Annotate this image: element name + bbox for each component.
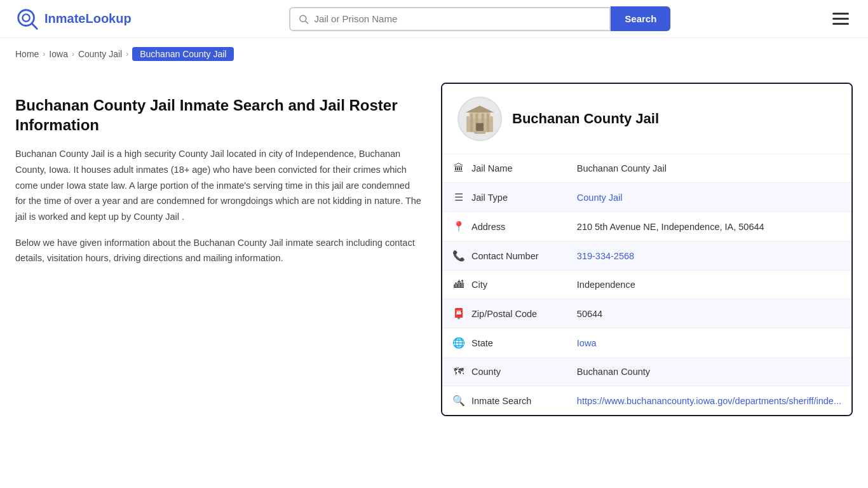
description-para1: Buchanan County Jail is a high security … bbox=[15, 146, 422, 224]
svg-line-2 bbox=[32, 24, 37, 29]
label-cell: 🏙City bbox=[442, 271, 567, 299]
card-header: Buchanan County Jail bbox=[442, 84, 851, 154]
search-wrapper bbox=[289, 7, 611, 31]
table-row: 🔍Inmate Searchhttps://www.buchanancounty… bbox=[442, 386, 851, 416]
svg-rect-13 bbox=[473, 131, 486, 133]
info-table: 🏛Jail NameBuchanan County Jail☰Jail Type… bbox=[442, 154, 851, 415]
row-icon: 🏙 bbox=[452, 279, 465, 290]
value-link[interactable]: Iowa bbox=[577, 338, 597, 348]
row-label: Zip/Postal Code bbox=[471, 309, 537, 319]
breadcrumb-chevron-2: › bbox=[72, 50, 74, 58]
table-row: 🌐StateIowa bbox=[442, 329, 851, 358]
row-icon: 🔍 bbox=[452, 395, 465, 407]
row-label: Jail Name bbox=[471, 163, 512, 173]
label-cell: 🌐State bbox=[442, 329, 567, 358]
row-label: Inmate Search bbox=[471, 396, 531, 406]
table-row: 📍Address210 5th Avenue NE, Independence,… bbox=[442, 212, 851, 241]
hamburger-menu[interactable] bbox=[829, 9, 853, 29]
value-cell[interactable]: https://www.buchanancounty.iowa.gov/depa… bbox=[567, 386, 851, 416]
logo[interactable]: InmateLookup bbox=[15, 7, 132, 31]
svg-rect-14 bbox=[475, 133, 485, 134]
page-title: Buchanan County Jail Inmate Search and J… bbox=[15, 95, 422, 135]
row-icon: 📮 bbox=[452, 308, 465, 320]
left-panel: Buchanan County Jail Inmate Search and J… bbox=[15, 83, 422, 276]
value-cell[interactable]: Iowa bbox=[567, 329, 851, 358]
breadcrumb-iowa[interactable]: Iowa bbox=[49, 49, 68, 59]
svg-rect-12 bbox=[476, 123, 484, 132]
value-cell: 210 5th Avenue NE, Independence, IA, 506… bbox=[567, 212, 851, 241]
main-content: Buchanan County Jail Inmate Search and J… bbox=[0, 70, 868, 442]
value-cell: Buchanan County Jail bbox=[567, 154, 851, 183]
row-icon: ☰ bbox=[452, 191, 465, 203]
row-icon: 🗺 bbox=[452, 366, 465, 377]
breadcrumb-chevron-3: › bbox=[126, 50, 128, 58]
search-icon bbox=[298, 13, 309, 25]
table-row: 📞Contact Number319-334-2568 bbox=[442, 241, 851, 271]
value-cell[interactable]: 319-334-2568 bbox=[567, 241, 851, 271]
label-cell: 📍Address bbox=[442, 212, 567, 241]
breadcrumb: Home › Iowa › County Jail › Buchanan Cou… bbox=[0, 38, 868, 70]
table-row: 🏛Jail NameBuchanan County Jail bbox=[442, 154, 851, 183]
row-icon: 📞 bbox=[452, 250, 465, 262]
row-icon: 🏛 bbox=[452, 163, 465, 174]
search-input[interactable] bbox=[314, 13, 602, 24]
row-label: City bbox=[471, 280, 487, 290]
value-link[interactable]: County Jail bbox=[577, 193, 623, 203]
value-cell: 50644 bbox=[567, 299, 851, 329]
value-cell: Buchanan County bbox=[567, 358, 851, 386]
svg-rect-7 bbox=[470, 114, 473, 132]
svg-point-1 bbox=[22, 14, 29, 21]
table-row: 🏙CityIndependence bbox=[442, 271, 851, 299]
info-card: Buchanan County Jail 🏛Jail NameBuchanan … bbox=[441, 83, 853, 416]
row-label: Address bbox=[471, 222, 505, 232]
label-cell: 📞Contact Number bbox=[442, 241, 567, 271]
logo-icon bbox=[15, 7, 39, 31]
card-jail-name: Buchanan County Jail bbox=[512, 111, 659, 127]
breadcrumb-home[interactable]: Home bbox=[15, 49, 39, 59]
label-cell: 🏛Jail Name bbox=[442, 154, 567, 183]
label-cell: 📮Zip/Postal Code bbox=[442, 299, 567, 329]
label-cell: ☰Jail Type bbox=[442, 183, 567, 212]
description-para2: Below we have given information about th… bbox=[15, 235, 422, 266]
jail-avatar bbox=[458, 97, 502, 141]
svg-marker-11 bbox=[466, 105, 494, 112]
svg-line-4 bbox=[306, 21, 308, 24]
site-header: InmateLookup Search bbox=[0, 0, 868, 38]
breadcrumb-chevron-1: › bbox=[43, 50, 45, 58]
table-row: 🗺CountyBuchanan County bbox=[442, 358, 851, 386]
table-row: 📮Zip/Postal Code50644 bbox=[442, 299, 851, 329]
label-cell: 🔍Inmate Search bbox=[442, 386, 567, 416]
row-icon: 📍 bbox=[452, 220, 465, 233]
jail-building-icon bbox=[464, 103, 496, 135]
value-link[interactable]: https://www.buchanancounty.iowa.gov/depa… bbox=[577, 396, 841, 406]
table-row: ☰Jail TypeCounty Jail bbox=[442, 183, 851, 212]
breadcrumb-current: Buchanan County Jail bbox=[132, 47, 234, 61]
row-label: State bbox=[471, 338, 493, 348]
breadcrumb-county-jail[interactable]: County Jail bbox=[78, 49, 122, 59]
label-cell: 🗺County bbox=[442, 358, 567, 386]
row-icon: 🌐 bbox=[452, 337, 465, 349]
value-link[interactable]: 319-334-2568 bbox=[577, 251, 634, 261]
row-label: Jail Type bbox=[471, 193, 508, 203]
row-label: County bbox=[471, 367, 501, 377]
value-cell: Independence bbox=[567, 271, 851, 299]
logo-text: InmateLookup bbox=[44, 11, 132, 26]
search-area: Search bbox=[289, 6, 670, 31]
row-label: Contact Number bbox=[471, 251, 539, 261]
value-cell[interactable]: County Jail bbox=[567, 183, 851, 212]
svg-rect-10 bbox=[487, 114, 489, 132]
search-button[interactable]: Search bbox=[611, 6, 670, 31]
